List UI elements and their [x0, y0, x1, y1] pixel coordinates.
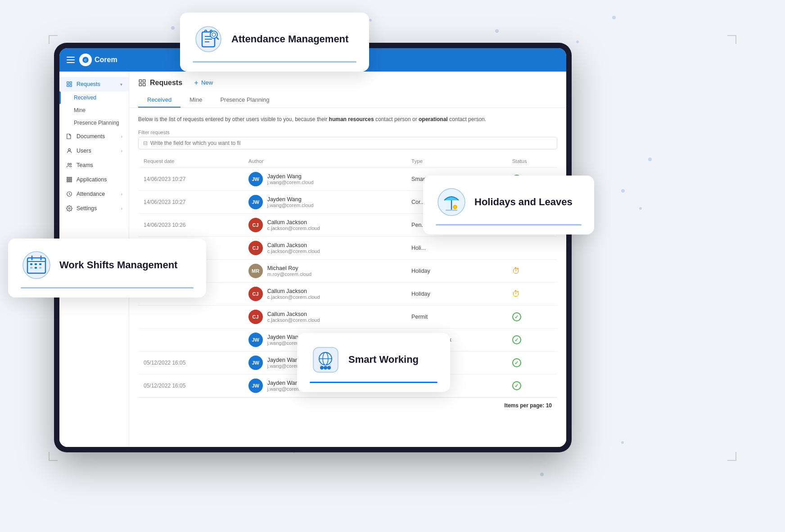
- svg-rect-16: [69, 181, 70, 182]
- sidebar-requests-label: Requests: [77, 81, 100, 87]
- bracket-tl: [49, 35, 58, 44]
- cell-date: 14/06/2023 10:27: [138, 168, 243, 191]
- logo-circle: C: [79, 54, 92, 66]
- sidebar-item-documents[interactable]: Documents ›: [59, 129, 129, 144]
- sub-item-received[interactable]: Received: [59, 91, 129, 104]
- filter-input[interactable]: [150, 140, 240, 146]
- attendance-card-divider: [193, 61, 356, 63]
- card-holidays-top: Holidays and Leaves: [436, 186, 573, 218]
- svg-rect-41: [30, 263, 32, 265]
- svg-rect-14: [71, 179, 72, 180]
- sidebar-teams-label: Teams: [77, 162, 93, 168]
- avatar: CJ: [248, 218, 263, 232]
- svg-point-8: [70, 163, 72, 165]
- card-smartworking: Smart Working: [297, 333, 450, 392]
- sub-item-mine[interactable]: Mine: [59, 104, 129, 117]
- card-workshifts: Work Shifts Management: [8, 239, 206, 298]
- col-author: Author: [243, 155, 406, 168]
- svg-point-52: [324, 366, 327, 370]
- cell-status: ✓: [507, 306, 557, 329]
- tab-received[interactable]: Received: [138, 93, 180, 108]
- workshifts-card-title: Work Shifts Management: [59, 259, 177, 271]
- logo: C Corem: [79, 54, 117, 66]
- table-row[interactable]: CJCallum Jacksonc.jackson@corem.cloudPer…: [138, 306, 557, 329]
- avatar: JW: [248, 379, 263, 393]
- card-attendance: Attendance Management: [180, 13, 369, 72]
- cell-status: ✓: [507, 374, 557, 397]
- cell-status: ⏱: [507, 260, 557, 283]
- cell-date: [138, 306, 243, 329]
- cell-status: [507, 237, 557, 260]
- page-title: Requests: [150, 79, 182, 87]
- filter-section: Filter requests ⊟: [138, 130, 557, 149]
- svg-rect-4: [67, 85, 69, 86]
- sub-item-presence-planning[interactable]: Presence Planning: [59, 117, 129, 129]
- cell-type: Holi...: [406, 237, 507, 260]
- sub-item-presence-label: Presence Planning: [74, 120, 119, 126]
- svg-rect-11: [71, 177, 72, 178]
- sidebar-users-label: Users: [77, 148, 91, 154]
- sidebar-item-settings[interactable]: Settings ›: [59, 201, 129, 216]
- new-button[interactable]: New: [188, 77, 218, 88]
- users-chevron: ›: [121, 149, 122, 153]
- svg-point-6: [68, 149, 71, 151]
- avatar: JW: [248, 333, 263, 347]
- svg-rect-9: [67, 177, 68, 178]
- bracket-br: [727, 452, 736, 461]
- author-name: Michael Roy: [267, 265, 312, 271]
- page-title-area: Requests: [138, 79, 182, 87]
- author-email: c.jackson@corem.cloud: [267, 248, 320, 254]
- cell-date: 05/12/2022 16:05: [138, 374, 243, 397]
- cell-status: ⏱: [507, 283, 557, 306]
- cell-author: JWJayden Wangj.wang@corem.cloud: [243, 191, 406, 214]
- table-footer: Items per page: 10: [138, 397, 557, 413]
- sidebar-item-applications[interactable]: Applications: [59, 172, 129, 187]
- card-workshifts-top: Work Shifts Management: [21, 249, 177, 281]
- tab-mine[interactable]: Mine: [180, 93, 211, 108]
- sidebar-item-users[interactable]: Users ›: [59, 144, 129, 158]
- status-icon-green: ✓: [512, 358, 521, 367]
- svg-point-7: [68, 163, 70, 165]
- svg-rect-2: [67, 82, 69, 84]
- svg-rect-5: [70, 85, 72, 86]
- bracket-tr: [727, 35, 736, 44]
- svg-text:C: C: [84, 58, 87, 62]
- svg-rect-42: [35, 263, 37, 265]
- cell-author: CJCallum Jacksonc.jackson@corem.cloud: [243, 214, 406, 237]
- author-name: Jayden Wang: [267, 173, 314, 180]
- new-button-label: New: [201, 79, 213, 86]
- smartworking-card-icon: [310, 344, 341, 375]
- sub-item-mine-label: Mine: [74, 107, 86, 113]
- tab-presence-planning[interactable]: Presence Planning: [211, 93, 278, 108]
- card-holidays: Holidays and Leaves: [423, 176, 594, 234]
- avatar: JW: [248, 195, 263, 209]
- workshifts-card-divider: [21, 287, 194, 289]
- author-name: Callum Jackson: [267, 311, 320, 317]
- sidebar-item-teams[interactable]: Teams: [59, 158, 129, 172]
- requests-icon: [66, 81, 73, 87]
- smartworking-card-title: Smart Working: [348, 354, 419, 365]
- filter-input-wrap[interactable]: ⊟: [138, 137, 557, 149]
- sub-items: Received Mine Presence Planning: [59, 91, 129, 129]
- info-text: Below is the list of requests entered by…: [138, 115, 557, 123]
- tabs: Received Mine Presence Planning: [138, 93, 557, 108]
- sidebar-item-requests[interactable]: Requests ▾: [59, 77, 129, 91]
- holidays-card-icon: [436, 186, 467, 218]
- svg-rect-43: [39, 263, 41, 265]
- cell-author: CJCallum Jacksonc.jackson@corem.cloud: [243, 306, 406, 329]
- svg-rect-20: [139, 80, 141, 82]
- menu-toggle[interactable]: [67, 57, 75, 63]
- sidebar-item-attendance[interactable]: Attendance ›: [59, 187, 129, 201]
- author-name: Callum Jackson: [267, 219, 320, 225]
- svg-point-53: [327, 366, 331, 370]
- svg-rect-3: [70, 82, 72, 84]
- author-email: c.jackson@corem.cloud: [267, 225, 320, 231]
- card-smartworking-top: Smart Working: [310, 344, 419, 375]
- author-name: Jayden Wang: [267, 196, 314, 203]
- cell-author: CJCallum Jacksonc.jackson@corem.cloud: [243, 237, 406, 260]
- author-name: Callum Jackson: [267, 288, 320, 294]
- sidebar-documents-label: Documents: [77, 133, 105, 140]
- svg-point-19: [68, 207, 70, 209]
- svg-rect-44: [30, 267, 32, 269]
- app-name: Corem: [95, 56, 117, 64]
